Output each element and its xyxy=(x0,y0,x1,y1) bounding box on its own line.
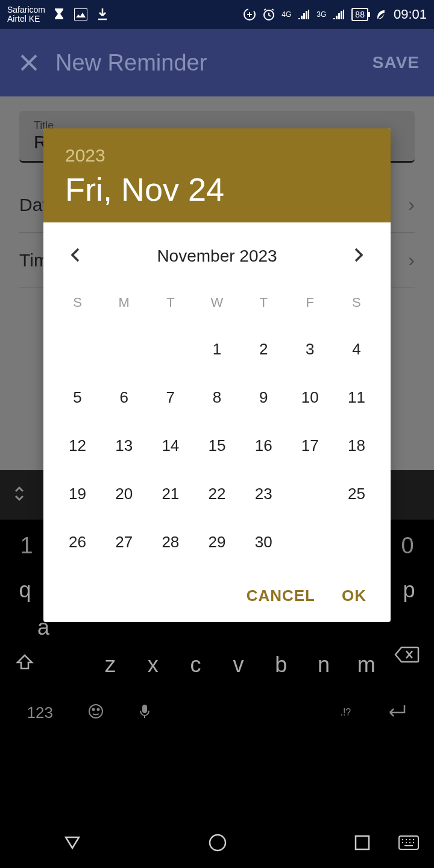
calendar-empty-cell xyxy=(54,325,101,373)
svg-rect-0 xyxy=(74,8,87,20)
calendar-day[interactable]: 20 xyxy=(101,470,147,518)
calendar-day[interactable]: 18 xyxy=(333,421,380,470)
calendar-day[interactable]: 13 xyxy=(101,421,147,470)
calendar-day[interactable]: 19 xyxy=(54,470,101,518)
key-m[interactable]: m xyxy=(348,652,385,678)
calendar-empty-cell xyxy=(147,325,193,373)
signal-icon-1 xyxy=(297,8,310,21)
calendar-day[interactable]: 21 xyxy=(147,470,193,518)
day-of-week-header: T xyxy=(147,285,193,325)
close-button[interactable] xyxy=(14,48,43,77)
svg-rect-9 xyxy=(399,836,418,849)
date-picker-dialog: 2023 Fri, Nov 24 November 2023 SMTWTFS 1… xyxy=(43,128,391,622)
calendar-day[interactable]: 4 xyxy=(333,325,380,373)
backspace-key[interactable] xyxy=(394,645,420,667)
calendar-empty-cell xyxy=(101,325,147,373)
emoji-key[interactable] xyxy=(87,703,104,722)
svg-point-3 xyxy=(89,705,102,718)
hourglass-icon xyxy=(52,8,66,21)
cancel-button[interactable]: CANCEL xyxy=(247,587,315,605)
calendar-day[interactable]: 9 xyxy=(241,373,287,421)
calendar-day[interactable]: 10 xyxy=(287,373,333,421)
download-icon xyxy=(96,8,109,21)
calendar-day[interactable]: 24 xyxy=(287,470,333,518)
calendar-day[interactable]: 28 xyxy=(147,518,193,566)
punct-key[interactable]: .!? xyxy=(340,707,351,718)
clock-time: 09:01 xyxy=(394,7,427,22)
enter-key[interactable] xyxy=(385,703,407,722)
key-0[interactable]: 0 xyxy=(388,533,427,559)
day-of-week-header: T xyxy=(241,285,287,325)
calendar-day[interactable]: 15 xyxy=(193,421,240,470)
day-of-week-header: F xyxy=(287,285,333,325)
key-x[interactable]: x xyxy=(134,652,172,678)
calendar-day[interactable]: 17 xyxy=(287,421,333,470)
nav-recent-icon[interactable] xyxy=(354,834,371,854)
key-z[interactable]: z xyxy=(92,652,129,678)
calendar-day[interactable]: 29 xyxy=(193,518,240,566)
calendar-day[interactable]: 1 xyxy=(193,325,240,373)
image-icon xyxy=(74,8,87,21)
app-bar: New Reminder SAVE xyxy=(0,29,434,96)
alarm-icon xyxy=(262,8,275,21)
day-of-week-header: S xyxy=(54,285,101,325)
key-v[interactable]: v xyxy=(219,652,257,678)
page-title: New Reminder xyxy=(55,50,373,76)
current-month-label: November 2023 xyxy=(157,247,277,266)
signal-icon-2 xyxy=(332,8,345,21)
data-saver-icon xyxy=(243,8,256,21)
next-month-button[interactable] xyxy=(348,242,369,271)
key-spacer xyxy=(49,652,86,678)
prev-month-button[interactable] xyxy=(65,242,86,271)
calendar-day[interactable]: 3 xyxy=(287,325,333,373)
svg-point-5 xyxy=(98,709,99,711)
date-picker-year[interactable]: 2023 xyxy=(65,145,369,166)
calendar-day[interactable]: 8 xyxy=(193,373,240,421)
nav-back-icon[interactable] xyxy=(63,835,81,853)
symbols-key[interactable]: 123 xyxy=(27,703,53,722)
leaf-icon xyxy=(374,8,388,21)
calendar-day[interactable]: 12 xyxy=(54,421,101,470)
key-q[interactable]: q xyxy=(6,577,43,603)
carrier-label: Safaricom Airtel KE xyxy=(7,5,45,24)
svg-rect-6 xyxy=(142,705,147,713)
mic-key[interactable] xyxy=(139,703,151,722)
calendar-day[interactable]: 14 xyxy=(147,421,193,470)
svg-point-7 xyxy=(210,835,225,851)
day-of-week-header: W xyxy=(193,285,240,325)
key-c[interactable]: c xyxy=(177,652,215,678)
date-picker-header: 2023 Fri, Nov 24 xyxy=(43,128,391,222)
day-of-week-header: S xyxy=(333,285,380,325)
calendar-day[interactable]: 2 xyxy=(241,325,287,373)
svg-point-4 xyxy=(93,709,95,711)
calendar-day[interactable]: 7 xyxy=(147,373,193,421)
save-button[interactable]: SAVE xyxy=(373,53,420,72)
battery-indicator: 88 xyxy=(351,8,368,21)
nav-home-icon[interactable] xyxy=(208,833,227,855)
network-4g-label: 4G xyxy=(281,10,291,19)
calendar-day[interactable]: 5 xyxy=(54,373,101,421)
key-n[interactable]: n xyxy=(305,652,342,678)
calendar-day[interactable]: 30 xyxy=(241,518,287,566)
calendar-day[interactable]: 6 xyxy=(101,373,147,421)
ok-button[interactable]: OK xyxy=(342,587,366,605)
navigation-bar xyxy=(0,820,434,868)
expand-icon[interactable] xyxy=(12,485,27,505)
svg-rect-8 xyxy=(356,836,369,849)
calendar-day[interactable]: 16 xyxy=(241,421,287,470)
calendar-day[interactable]: 26 xyxy=(54,518,101,566)
calendar-day[interactable]: 27 xyxy=(101,518,147,566)
nav-keyboard-icon[interactable] xyxy=(398,835,420,853)
key-1[interactable]: 1 xyxy=(7,533,46,559)
calendar-day[interactable]: 11 xyxy=(333,373,380,421)
status-bar: Safaricom Airtel KE 4G 3G xyxy=(0,0,434,29)
date-picker-selected-date[interactable]: Fri, Nov 24 xyxy=(65,171,369,208)
key-p[interactable]: p xyxy=(391,577,428,603)
calendar-day[interactable]: 23 xyxy=(241,470,287,518)
day-of-week-header: M xyxy=(101,285,147,325)
calendar-day[interactable]: 25 xyxy=(333,470,380,518)
network-3g-label: 3G xyxy=(316,10,326,19)
key-b[interactable]: b xyxy=(262,652,300,678)
calendar-day[interactable]: 22 xyxy=(193,470,240,518)
shift-key[interactable] xyxy=(6,652,43,678)
